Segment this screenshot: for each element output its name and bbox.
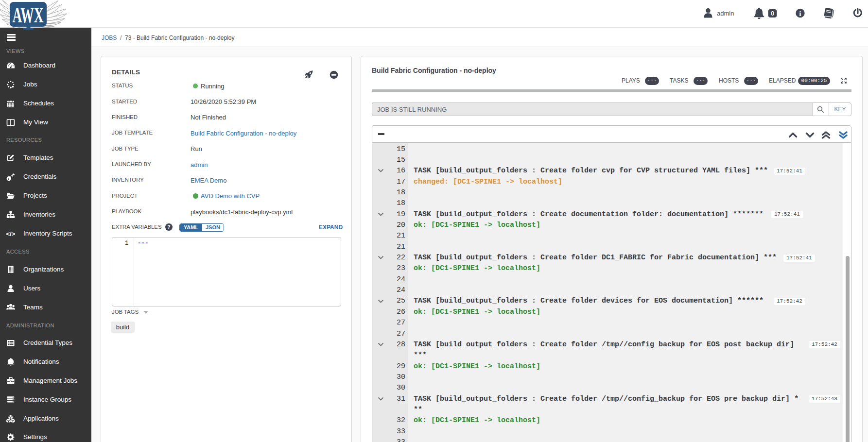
svg-text:i: i (799, 9, 801, 17)
svg-text:AWX: AWX (13, 3, 44, 27)
svg-text:0: 0 (771, 10, 774, 17)
svg-text:admin: admin (717, 10, 734, 17)
svg-text:</>: </> (6, 230, 15, 238)
